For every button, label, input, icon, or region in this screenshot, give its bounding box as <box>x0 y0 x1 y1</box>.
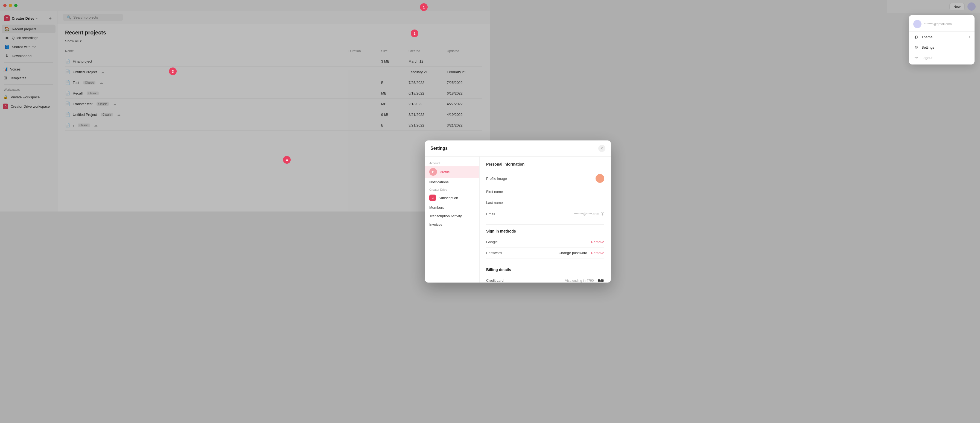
profile-image-row: Profile image <box>486 171 490 186</box>
profile-image-label: Profile image <box>486 176 490 181</box>
modal-profile-content: Personal information Profile image First… <box>480 157 490 211</box>
subscription-label: Subscription <box>439 196 458 200</box>
subscription-icon: C <box>429 195 436 201</box>
modal-nav-members[interactable]: Members <box>425 203 479 211</box>
personal-info-title: Personal information <box>486 162 490 166</box>
modal-nav-profile[interactable]: P Profile <box>425 166 479 178</box>
modal-nav-notifications[interactable]: Notifications <box>425 178 479 186</box>
notifications-label: Notifications <box>429 180 449 184</box>
first-name-row: First name <box>486 186 490 197</box>
profile-avatar-icon: P <box>429 168 437 176</box>
email-row: Email ••••••••@•••••.com ⓘ <box>486 208 490 211</box>
modal-nav-profile-label: Profile <box>440 170 450 174</box>
first-name-label: First name <box>486 190 490 194</box>
creator-drive-section-label: Creator Drive <box>425 186 479 192</box>
last-name-row: Last name <box>486 197 490 208</box>
last-name-label: Last name <box>486 201 490 205</box>
step-badge-1: 1 <box>420 3 428 11</box>
modal-body: Account P Profile Notifications Creator … <box>425 157 490 211</box>
members-label: Members <box>429 206 444 209</box>
settings-modal: Settings × Account P Profile Notificatio… <box>425 141 490 211</box>
modal-nav-subscription[interactable]: C Subscription <box>425 192 479 203</box>
step-badge-3: 3 <box>169 68 177 75</box>
step-badge-4: 4 <box>283 156 291 164</box>
modal-sidebar: Account P Profile Notifications Creator … <box>425 157 480 211</box>
step-badge-2: 2 <box>411 30 418 37</box>
account-section-label: Account <box>425 160 479 166</box>
modal-title: Settings <box>430 146 448 151</box>
modal-title-bar: Settings × <box>425 141 490 157</box>
